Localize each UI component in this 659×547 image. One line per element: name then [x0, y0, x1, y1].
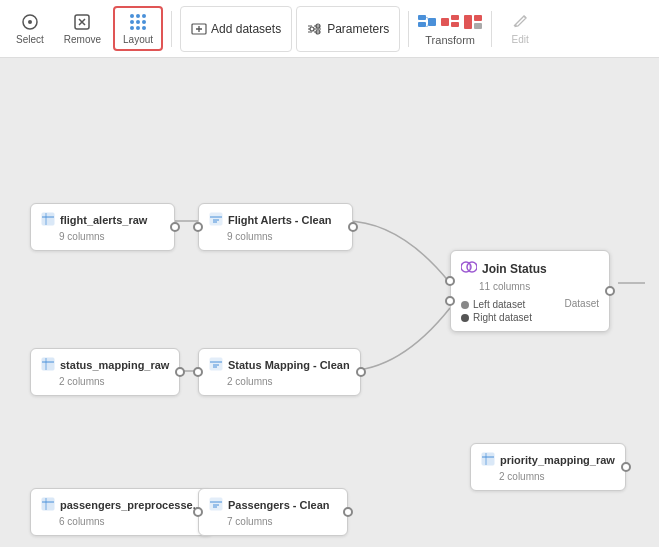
- node-flight-alerts-raw[interactable]: flight_alerts_raw 9 columns: [30, 203, 175, 251]
- svg-rect-16: [418, 15, 426, 20]
- svg-rect-36: [42, 358, 54, 370]
- input-dot: [193, 507, 203, 517]
- table-icon-2: [41, 357, 55, 373]
- svg-rect-29: [42, 213, 54, 225]
- node-flight-alerts-clean[interactable]: Flight Alerts - Clean 9 columns: [198, 203, 353, 251]
- table-icon-4: [41, 497, 55, 513]
- svg-point-6: [130, 20, 134, 24]
- output-dot: [621, 462, 631, 472]
- clean-icon-2: [209, 357, 223, 373]
- canvas[interactable]: flight_alerts_raw 9 columns Flight Alert…: [0, 58, 659, 547]
- divider-1: [171, 11, 172, 47]
- right-dataset-dot: [461, 314, 469, 322]
- svg-rect-23: [474, 15, 482, 21]
- svg-point-1: [28, 20, 32, 24]
- left-dataset-dot: [461, 301, 469, 309]
- svg-rect-51: [210, 498, 222, 510]
- svg-rect-19: [441, 18, 449, 26]
- svg-rect-17: [418, 22, 426, 27]
- join-input-right-dot: [445, 296, 455, 306]
- svg-point-13: [310, 27, 314, 31]
- add-datasets-button[interactable]: Add datasets: [180, 6, 292, 52]
- add-datasets-label: Add datasets: [211, 22, 281, 36]
- svg-rect-21: [451, 22, 459, 27]
- merge-icon: [417, 12, 437, 32]
- remove-button[interactable]: Remove: [56, 8, 109, 49]
- table-icon: [41, 212, 55, 228]
- node-join-status[interactable]: Join Status 11 columns Left dataset Data…: [450, 250, 610, 332]
- node-passengers-clean[interactable]: Passengers - Clean 7 columns: [198, 488, 348, 536]
- svg-point-9: [130, 26, 134, 30]
- table-icon-3: [481, 452, 495, 468]
- svg-rect-22: [464, 15, 472, 29]
- select-label: Select: [16, 34, 44, 45]
- input-dot: [193, 222, 203, 232]
- node-status-mapping-raw[interactable]: status_mapping_raw 2 columns: [30, 348, 180, 396]
- svg-point-44: [467, 262, 477, 272]
- remove-label: Remove: [64, 34, 101, 45]
- layout-label: Layout: [123, 34, 153, 45]
- svg-rect-48: [42, 498, 54, 510]
- split-icon: [440, 12, 460, 32]
- clean-icon-3: [209, 497, 223, 513]
- transform-group: Transform: [417, 12, 483, 46]
- svg-point-7: [136, 20, 140, 24]
- output-dot: [356, 367, 366, 377]
- svg-point-5: [142, 14, 146, 18]
- svg-point-10: [136, 26, 140, 30]
- join-icon: [461, 259, 477, 278]
- node-priority-mapping-raw[interactable]: priority_mapping_raw 2 columns: [470, 443, 626, 491]
- join-output-dot: [605, 286, 615, 296]
- divider-3: [491, 11, 492, 47]
- input-dot: [193, 367, 203, 377]
- select-button[interactable]: Select: [8, 8, 52, 49]
- edit-label: Edit: [512, 34, 529, 45]
- node-passengers-preprocessed[interactable]: passengers_preprocesse... 6 columns: [30, 488, 213, 536]
- svg-rect-32: [210, 213, 222, 225]
- output-dot: [175, 367, 185, 377]
- parameters-label: Parameters: [327, 22, 389, 36]
- edit-button[interactable]: Edit: [500, 8, 540, 49]
- divider-2: [408, 11, 409, 47]
- svg-point-8: [142, 20, 146, 24]
- svg-point-11: [142, 26, 146, 30]
- svg-rect-20: [451, 15, 459, 20]
- clean-icon: [209, 212, 223, 228]
- join-input-left-dot: [445, 276, 455, 286]
- svg-rect-24: [474, 23, 482, 29]
- output-dot: [343, 507, 353, 517]
- node-status-mapping-clean[interactable]: Status Mapping - Clean 2 columns: [198, 348, 361, 396]
- svg-rect-45: [482, 453, 494, 465]
- output-dot: [348, 222, 358, 232]
- pivot-icon: [463, 12, 483, 32]
- layout-button[interactable]: Layout: [113, 6, 163, 51]
- toolbar: Select Remove Layout: [0, 0, 659, 58]
- parameters-button[interactable]: Parameters: [296, 6, 400, 52]
- output-dot: [170, 222, 180, 232]
- transform-label: Transform: [425, 34, 475, 46]
- svg-rect-39: [210, 358, 222, 370]
- svg-point-4: [136, 14, 140, 18]
- svg-point-3: [130, 14, 134, 18]
